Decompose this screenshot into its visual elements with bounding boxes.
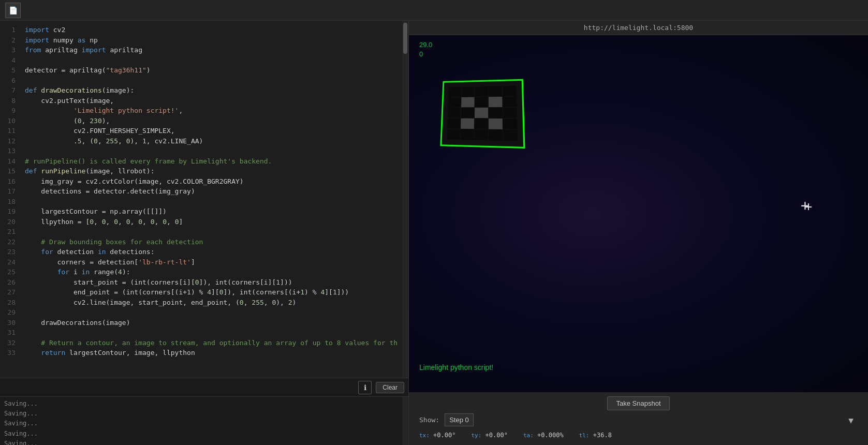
code-token: , [94, 218, 102, 226]
console-line: Saving... [4, 399, 398, 409]
camera-background: 29.0 0 Limelight python script! + [409, 35, 868, 392]
code-line: img_gray = cv2.cvtColor(image, cv2.COLOR… [25, 176, 402, 187]
tag-cell [489, 118, 503, 129]
tag-cell [503, 130, 518, 141]
line-number: 8 [0, 96, 16, 106]
code-token: , [167, 218, 175, 226]
code-token: detector = apriltag( [25, 66, 106, 74]
chevron-down-icon: ▼ [848, 415, 854, 425]
line-number: 5 [0, 65, 16, 76]
code-token: largestContour = np.array([[]]) [25, 207, 167, 215]
code-token: 1 [187, 288, 191, 296]
code-line: for i in range(4): [25, 267, 402, 277]
right-panel: http://limelight.local:5800 [409, 21, 868, 445]
tag-cell [489, 86, 502, 96]
april-tag-detection [440, 79, 523, 146]
line-number: 2 [0, 35, 16, 46]
code-token: start_point = (int(corners[i][ [25, 278, 195, 286]
code-token: as [78, 36, 86, 44]
code-line: for detection in detections: [25, 247, 402, 257]
telemetry-item: tx: +0.00° [419, 432, 455, 439]
code-token [25, 268, 57, 276]
code-token: ), [102, 117, 110, 125]
tag-cell [462, 87, 475, 97]
code-token: import [82, 46, 106, 54]
tag-cell [447, 118, 461, 129]
show-row: Show: Step 0 ▼ [409, 413, 868, 426]
console-output: Saving...Saving...Saving...Saving...Savi… [0, 397, 402, 445]
code-line: return largestContour, image, llpython [25, 348, 402, 358]
console-row: Saving...Saving...Saving...Saving...Savi… [0, 397, 408, 445]
code-token [25, 349, 41, 357]
code-token: largestContour, image, llpython [65, 349, 195, 357]
file-icon[interactable]: 📄 [5, 3, 21, 18]
code-line [25, 146, 402, 156]
code-token: 4 [118, 268, 122, 276]
code-token: 0 [195, 278, 199, 286]
take-snapshot-button[interactable]: Take Snapshot [607, 396, 669, 410]
code-token: ) [146, 66, 151, 74]
line-number: 19 [0, 206, 16, 217]
tag-cell [448, 108, 461, 118]
step-select[interactable]: Step 0 [445, 413, 474, 426]
line-number: 33 [0, 348, 16, 358]
tag-cell [461, 118, 474, 129]
code-token: , [98, 137, 106, 145]
code-line: from apriltag import apriltag [25, 45, 402, 55]
code-token: llpython = [ [25, 218, 90, 226]
tag-cell [475, 97, 488, 107]
code-content[interactable]: import cv2import numpy as npfrom aprilta… [21, 21, 402, 378]
code-token: def [25, 86, 37, 94]
code-token: ][ [325, 288, 333, 296]
line-number: 30 [0, 318, 16, 328]
camera-feed: 29.0 0 Limelight python script! + [409, 35, 868, 392]
line-number: 28 [0, 298, 16, 308]
code-token: runPipeline [41, 167, 85, 175]
tag-cell [503, 97, 517, 107]
line-number: 17 [0, 186, 16, 197]
code-token: , [154, 218, 163, 226]
code-token: (image, llrobot): [85, 167, 154, 175]
console-area: ℹ Clear Saving...Saving...Saving...Savin… [0, 378, 408, 445]
code-token: 5 [78, 137, 82, 145]
code-line [25, 55, 402, 66]
code-token: 230 [90, 117, 101, 125]
code-token: , [142, 218, 151, 226]
code-token: , [264, 299, 272, 306]
code-token: apriltag [41, 46, 81, 54]
code-token: for [57, 268, 69, 276]
camera-text-overlay: Limelight python script! [419, 363, 493, 372]
code-token: , [106, 218, 114, 226]
code-token: corners = detection[ [25, 258, 138, 266]
code-token: "tag36h11" [106, 66, 146, 74]
code-token: # Draw bounding boxes for each detection [25, 238, 203, 246]
show-label: Show: [419, 416, 439, 424]
console-line: Saving... [4, 419, 398, 428]
telemetry-label: ty: [471, 432, 481, 439]
code-editor: 1234567891011121314151617181920212223242… [0, 21, 409, 445]
code-token: , cv2.LINE_AA) [146, 137, 203, 145]
camera-number-2: 0 [419, 50, 432, 59]
code-token: 2 [288, 299, 292, 306]
code-token: ] [179, 218, 183, 226]
telemetry-value: +36.8 [593, 432, 612, 439]
console-info-button[interactable]: ℹ [358, 381, 372, 394]
code-token: 0 [219, 288, 224, 296]
line-number: 23 [0, 247, 16, 257]
scrollbar-thumb[interactable] [403, 23, 407, 54]
code-token [25, 248, 41, 256]
editor-scrollbar[interactable] [402, 21, 408, 378]
line-number: 10 [0, 116, 16, 126]
code-token: 255 [106, 137, 118, 145]
line-number: 6 [0, 76, 16, 86]
tag-cell [448, 97, 461, 107]
console-scrollbar[interactable] [402, 397, 408, 445]
console-clear-button[interactable]: Clear [376, 382, 404, 393]
telemetry-row: tx: +0.00° ty: +0.00° ta: +0.000% tl: +3… [409, 429, 868, 441]
code-line [25, 197, 402, 207]
tag-cell [448, 87, 461, 97]
code-token: , ( [82, 137, 94, 145]
code-token: 1 [142, 137, 146, 145]
code-line [25, 328, 402, 338]
code-line: start_point = (int(corners[i][0]), int(c… [25, 277, 402, 288]
